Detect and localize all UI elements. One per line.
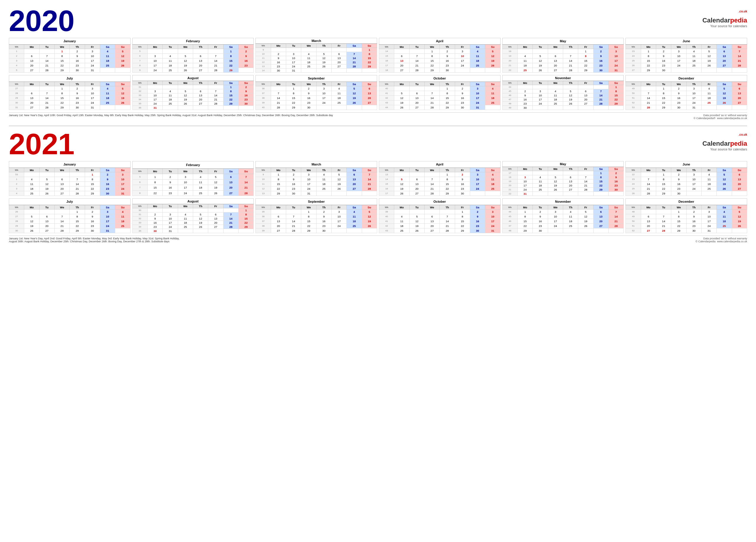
logo-tagline-2021: Your source for calendars: [702, 147, 747, 151]
february-2020: February WkMoTuWeThFrSaSu 512 63456789 7…: [132, 38, 254, 73]
november-2021: November WkMoTuWeThFrSaSu 441234567 4589…: [502, 198, 624, 233]
october-2020: October WkMoTuWeThFrSaSu 401234 41567891…: [379, 75, 501, 110]
february-2021: February WkMoTuWeThFrSaSu 51234567 68910…: [132, 161, 254, 196]
year-2021-header: 2021 .co.uk Calendarpedia Your source fo…: [9, 129, 747, 159]
year-2020-header: 2020 .co.uk Calendarpedia Your source fo…: [9, 6, 747, 35]
year-divider: [9, 126, 747, 126]
march-2020: March WkMoTuWeThFrSaSu 91 102345678 1191…: [255, 38, 377, 73]
2020-footnotes-left: January 1st: New Year's Day, April 10th:…: [9, 114, 694, 120]
logo-couk-badge-2021: .co.uk: [739, 133, 747, 136]
2020-footnotes-right: Data provided 'as is' without warranty© …: [694, 114, 747, 120]
logo-brand: pedia: [730, 17, 747, 24]
may-2021: May WkMoTuWeThFrSaSu 1712 183456789 1910…: [502, 161, 624, 196]
2021-footnotes: January 1st: New Year's Day, April 2nd: …: [9, 235, 747, 243]
january-2020: January WkMoTuWeThFrSaSu 112345 26789101…: [9, 38, 131, 73]
july-2020: July WkMoTuWeThFrSaSu 2712345 2867891011…: [9, 75, 131, 110]
october-2021: October WkMoTuWeThFrSaSu 39123 404567891…: [379, 198, 501, 233]
2021-row1: January WkMoTuWeThFrSaSu 53123 145678910…: [9, 161, 747, 196]
august-2021: August WkMoTuWeThFrSaSu 301 312345678 32…: [132, 198, 254, 233]
april-2020: April WkMoTuWeThFrSaSu 1412345 156789101…: [379, 38, 501, 73]
september-2020: September WkMoTuWeThFrSaSu 36123456 3778…: [255, 75, 377, 110]
2020-row2: July WkMoTuWeThFrSaSu 2712345 2867891011…: [9, 75, 747, 110]
logo-2020: .co.uk Calendarpedia Your source for cal…: [702, 6, 747, 28]
june-2020: June WkMoTuWeThFrSaSu 231234567 24891011…: [625, 38, 747, 73]
2020-footnotes: January 1st: New Year's Day, April 10th:…: [9, 112, 747, 120]
march-2021: March WkMoTuWeThFrSaSu 91234567 10891011…: [255, 161, 377, 196]
2021-row2: July WkMoTuWeThFrSaSu 261234 27567891011…: [9, 198, 747, 233]
2021-footnotes-right: Data provided 'as is' without warranty© …: [695, 237, 747, 243]
2021-footnotes-left: January 1st: New Year's Day, April 2nd: …: [9, 237, 695, 243]
december-2021: December WkMoTuWeThFrSaSu 4812345 496789…: [625, 198, 747, 233]
logo-brand-2021: pedia: [730, 140, 747, 147]
year-2020-title: 2020: [9, 6, 74, 35]
year-2021-title: 2021: [9, 129, 74, 159]
logo-name: .co.uk Calendarpedia: [702, 9, 747, 24]
logo-2021: .co.uk Calendarpedia Your source for cal…: [702, 129, 747, 151]
year-2021-section: 2021 .co.uk Calendarpedia Your source fo…: [9, 129, 747, 243]
year-2020-section: 2020 .co.uk Calendarpedia Your source fo…: [9, 6, 747, 120]
july-2021: July WkMoTuWeThFrSaSu 261234 27567891011…: [9, 198, 131, 233]
logo-tagline: Your source for calendars: [702, 24, 747, 28]
september-2021: September WkMoTuWeThFrSaSu 3512345 36678…: [255, 198, 377, 233]
logo-couk-badge: .co.uk: [739, 10, 747, 13]
april-2021: April WkMoTuWeThFrSaSu 131234 1456789101…: [379, 161, 501, 196]
december-2020: December WkMoTuWeThFrSaSu 49123456 50789…: [625, 75, 747, 110]
2020-row1: January WkMoTuWeThFrSaSu 112345 26789101…: [9, 38, 747, 73]
logo-name-2021: .co.uk Calendarpedia: [702, 132, 747, 147]
november-2020: November WkMoTuWeThFrSaSu 441 452345678 …: [502, 75, 624, 110]
june-2021: June WkMoTuWeThFrSaSu 22123456 237891011…: [625, 161, 747, 196]
january-2021: January WkMoTuWeThFrSaSu 53123 145678910…: [9, 161, 131, 196]
may-2020: May WkMoTuWeThFrSaSu 18123 1945678910 20…: [502, 38, 624, 73]
august-2020: August WkMoTuWeThFrSaSu 3112 323456789 3…: [132, 75, 254, 110]
